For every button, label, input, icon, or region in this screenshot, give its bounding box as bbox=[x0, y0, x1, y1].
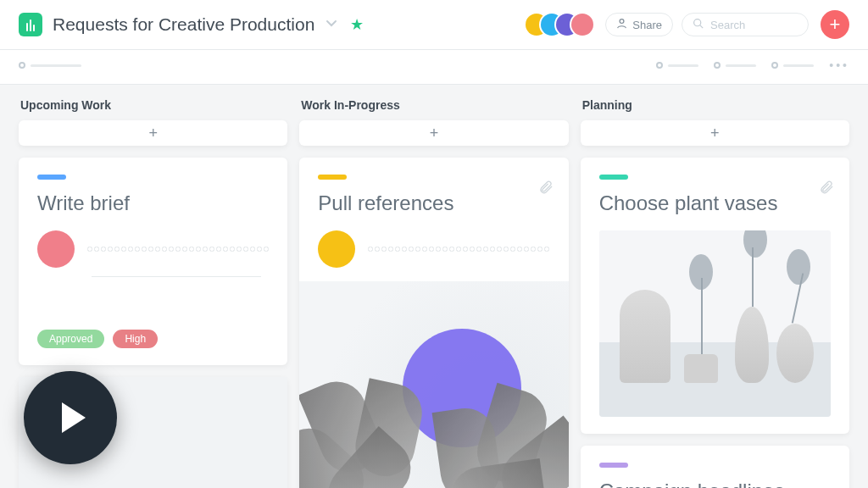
more-icon[interactable]: ••• bbox=[829, 58, 849, 72]
attachment-icon[interactable] bbox=[538, 180, 554, 198]
avatar[interactable] bbox=[571, 14, 593, 36]
tag-row: Approved High bbox=[37, 330, 269, 348]
task-card[interactable]: Campaign headlines bbox=[581, 446, 849, 488]
placeholder-line bbox=[92, 276, 261, 277]
add-card-button[interactable]: + bbox=[299, 120, 568, 146]
section-indicator[interactable] bbox=[771, 62, 814, 69]
card-title: Pull references bbox=[318, 191, 549, 215]
play-video-button[interactable] bbox=[24, 371, 117, 464]
sections-strip: ••• bbox=[0, 50, 868, 85]
column-title: Planning bbox=[582, 98, 849, 112]
accent-bar bbox=[599, 175, 628, 180]
accent-bar bbox=[37, 175, 66, 180]
search-placeholder: Search bbox=[710, 19, 745, 31]
section-indicator[interactable] bbox=[19, 62, 81, 69]
placeholder-line bbox=[367, 247, 549, 252]
card-image bbox=[599, 230, 831, 417]
column-title: Upcoming Work bbox=[20, 98, 287, 112]
attachment-icon[interactable] bbox=[819, 180, 834, 198]
play-icon bbox=[62, 402, 86, 433]
plus-icon: + bbox=[148, 125, 158, 142]
avatar[interactable] bbox=[318, 230, 355, 268]
task-card[interactable]: Pull references bbox=[299, 158, 568, 488]
plus-icon: + bbox=[830, 14, 841, 36]
add-card-button[interactable]: + bbox=[581, 120, 849, 146]
card-title: Campaign headlines bbox=[599, 480, 831, 488]
app-header: Requests for Creative Production ★ Share… bbox=[0, 0, 868, 50]
person-icon bbox=[616, 18, 627, 31]
add-button[interactable]: + bbox=[821, 10, 849, 39]
collaborator-avatars[interactable] bbox=[532, 14, 593, 36]
share-label: Share bbox=[632, 19, 662, 31]
tag-approved[interactable]: Approved bbox=[37, 330, 104, 348]
chevron-down-icon[interactable] bbox=[325, 16, 338, 33]
card-image bbox=[299, 281, 568, 488]
placeholder-line bbox=[86, 247, 269, 252]
plus-icon: + bbox=[430, 125, 439, 142]
avatar[interactable] bbox=[37, 230, 75, 268]
app-logo[interactable] bbox=[19, 13, 42, 36]
search-input[interactable]: Search bbox=[682, 13, 809, 36]
column-planning: Planning + Choose plant vases Campaign h… bbox=[581, 98, 849, 488]
svg-point-0 bbox=[620, 19, 624, 24]
tag-high[interactable]: High bbox=[113, 330, 158, 348]
column-title: Work In-Progress bbox=[301, 98, 568, 112]
plus-icon: + bbox=[710, 125, 720, 142]
share-button[interactable]: Share bbox=[605, 13, 673, 36]
task-card[interactable]: Write brief Approved High bbox=[19, 158, 287, 365]
accent-bar bbox=[599, 463, 628, 468]
board: Upcoming Work + Write brief Approved Hig… bbox=[0, 85, 868, 488]
column-work-in-progress: Work In-Progress + Pull references bbox=[299, 98, 568, 488]
card-title: Choose plant vases bbox=[599, 191, 831, 215]
svg-point-1 bbox=[694, 19, 701, 26]
section-indicator[interactable] bbox=[714, 62, 756, 69]
section-indicator[interactable] bbox=[656, 62, 698, 69]
card-title: Write brief bbox=[37, 191, 269, 215]
task-card[interactable]: Choose plant vases bbox=[581, 158, 849, 434]
board-title[interactable]: Requests for Creative Production bbox=[53, 14, 314, 35]
add-card-button[interactable]: + bbox=[19, 120, 287, 146]
search-icon bbox=[693, 18, 704, 31]
accent-bar bbox=[318, 175, 347, 180]
star-icon[interactable]: ★ bbox=[350, 15, 364, 34]
